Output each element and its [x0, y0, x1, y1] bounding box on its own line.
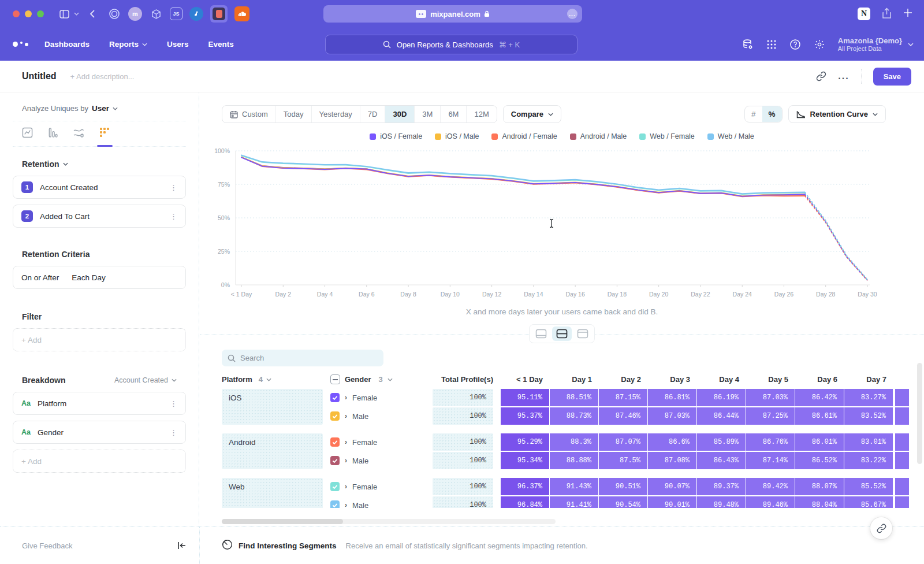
- analyze-value[interactable]: User: [92, 104, 109, 113]
- retention-value-cell[interactable]: 90.07%: [648, 478, 696, 495]
- settings-gear-icon[interactable]: [814, 39, 825, 50]
- retention-value-cell[interactable]: 88.04%: [795, 496, 844, 508]
- breakdown-gender[interactable]: Aa Gender ⋮: [13, 421, 186, 444]
- retention-value-cell[interactable]: 90.01%: [648, 496, 696, 508]
- layout-split[interactable]: [552, 326, 572, 341]
- apps-grid-icon[interactable]: [766, 39, 777, 50]
- segments-title[interactable]: Find Interesting Segments: [239, 541, 337, 550]
- day-header[interactable]: Day 2: [599, 375, 648, 384]
- tab-funnels[interactable]: [48, 127, 58, 146]
- retention-value-cell[interactable]: 87.15%: [599, 389, 647, 406]
- tab-insights[interactable]: [22, 127, 33, 146]
- retention-value-cell[interactable]: 83.22%: [844, 452, 893, 469]
- retention-value-cell[interactable]: 85.52%: [844, 478, 893, 495]
- platform-column-header[interactable]: Platform4: [222, 375, 323, 384]
- scrollbar-thumb[interactable]: [222, 519, 343, 524]
- absolute-values-toggle[interactable]: #: [745, 106, 762, 122]
- series-checkbox[interactable]: [330, 437, 340, 447]
- retention-value-cell[interactable]: 88.73%: [550, 407, 598, 425]
- range-3m[interactable]: 3M: [415, 106, 441, 123]
- retention-value-cell[interactable]: 90.51%: [599, 478, 647, 495]
- expand-chevron-icon[interactable]: ›: [345, 501, 347, 508]
- legend-item[interactable]: iOS / Female: [370, 132, 422, 140]
- series-checkbox[interactable]: [330, 411, 340, 421]
- day-header[interactable]: Day 7: [844, 375, 893, 384]
- close-window-icon[interactable]: [13, 10, 20, 17]
- retention-value-cell[interactable]: 87.5%: [599, 452, 647, 469]
- retention-value-cell[interactable]: 87.46%: [599, 407, 647, 425]
- retention-value-cell[interactable]: 86.52%: [795, 452, 844, 469]
- retention-value-cell[interactable]: 88.88%: [550, 452, 598, 469]
- sidebar-chevron-icon[interactable]: [74, 12, 79, 16]
- range-custom[interactable]: Custom: [222, 106, 276, 123]
- back-icon[interactable]: [90, 10, 95, 18]
- nav-item-users[interactable]: Users: [167, 40, 189, 49]
- kebab-menu-icon[interactable]: ⋮: [170, 402, 177, 405]
- day-header[interactable]: Day 4: [697, 375, 746, 384]
- gender-column-header[interactable]: Gender3: [330, 374, 433, 384]
- series-checkbox[interactable]: [330, 500, 340, 508]
- retention-value-cell[interactable]: 91.41%: [550, 496, 598, 508]
- chart-type-dropdown[interactable]: Retention Curve: [788, 105, 886, 123]
- gender-cell[interactable]: ›Female: [330, 433, 433, 451]
- more-options-icon[interactable]: ...: [838, 71, 849, 81]
- maximize-window-icon[interactable]: [37, 10, 44, 17]
- retention-value-cell[interactable]: 86.81%: [648, 389, 696, 406]
- mixpanel-logo[interactable]: [13, 42, 28, 47]
- sidebar-toggle-icon[interactable]: [59, 10, 69, 18]
- nav-item-events[interactable]: Events: [208, 40, 234, 49]
- expand-chevron-icon[interactable]: ›: [345, 483, 347, 491]
- retention-value-cell[interactable]: 86.76%: [746, 433, 795, 451]
- retention-value-cell[interactable]: 83.01%: [844, 433, 893, 451]
- retention-value-cell[interactable]: 89.42%: [746, 478, 795, 495]
- retention-value-cell[interactable]: 87.14%: [746, 452, 795, 469]
- day-header[interactable]: Day 6: [795, 375, 844, 384]
- gender-cell[interactable]: ›Female: [330, 389, 433, 406]
- save-button[interactable]: Save: [873, 68, 911, 86]
- series-checkbox[interactable]: [330, 456, 340, 465]
- help-icon[interactable]: [789, 39, 801, 50]
- nav-item-reports[interactable]: Reports: [109, 40, 147, 49]
- m-avatar-icon[interactable]: m: [128, 7, 142, 21]
- retention-value-cell[interactable]: 86.43%: [697, 452, 746, 469]
- target-icon[interactable]: [107, 7, 121, 21]
- retention-value-cell[interactable]: 83.27%: [844, 389, 893, 406]
- report-title[interactable]: Untitled: [22, 71, 57, 81]
- retention-value-cell[interactable]: 88.3%: [550, 433, 598, 451]
- window-controls[interactable]: [13, 10, 49, 17]
- retention-value-cell[interactable]: 87.25%: [746, 407, 795, 425]
- breakdown-scope-dropdown[interactable]: Account Created: [114, 376, 177, 384]
- criteria-interval[interactable]: Each Day: [72, 273, 106, 282]
- retention-value-cell[interactable]: 95.11%: [501, 389, 549, 406]
- legend-item[interactable]: Web / Female: [639, 132, 695, 140]
- retention-value-cell[interactable]: 85.67%: [844, 496, 893, 508]
- day-header[interactable]: Day 1: [550, 375, 599, 384]
- retention-value-cell[interactable]: 86.44%: [697, 407, 746, 425]
- compare-button[interactable]: Compare: [503, 105, 561, 123]
- project-switcher[interactable]: Amazonia {Demo}All Project Data: [838, 36, 914, 52]
- retention-value-cell[interactable]: 86.42%: [795, 389, 844, 406]
- gender-cell[interactable]: ›Female: [330, 478, 433, 495]
- retention-value-cell[interactable]: 89.46%: [746, 496, 795, 508]
- layout-chart-only[interactable]: [531, 326, 551, 341]
- cube-icon[interactable]: [149, 7, 163, 21]
- criteria-mode[interactable]: On or After: [21, 273, 59, 282]
- expand-chevron-icon[interactable]: ›: [345, 412, 347, 420]
- gender-cell[interactable]: ›Male: [330, 452, 433, 469]
- tab-flows[interactable]: [73, 128, 84, 146]
- retention-value-cell[interactable]: 89.37%: [697, 478, 746, 495]
- retention-value-cell[interactable]: 91.43%: [550, 478, 598, 495]
- kebab-menu-icon[interactable]: ⋮: [170, 186, 177, 189]
- legend-item[interactable]: Web / Male: [707, 132, 754, 140]
- copy-link-icon[interactable]: [816, 71, 826, 81]
- retention-value-cell[interactable]: 86.19%: [697, 389, 746, 406]
- total-profiles-header[interactable]: Total Profile(s): [433, 375, 493, 384]
- platform-cell[interactable]: Android: [222, 433, 323, 469]
- platform-cell[interactable]: iOS: [222, 389, 323, 425]
- expand-chevron-icon[interactable]: ›: [345, 457, 347, 465]
- day-header[interactable]: < 1 Day: [501, 375, 550, 384]
- retention-value-cell[interactable]: 87.03%: [746, 389, 795, 406]
- day-header[interactable]: Day 5: [746, 375, 795, 384]
- js-icon[interactable]: JS: [170, 8, 182, 20]
- notion-icon[interactable]: N: [858, 8, 870, 20]
